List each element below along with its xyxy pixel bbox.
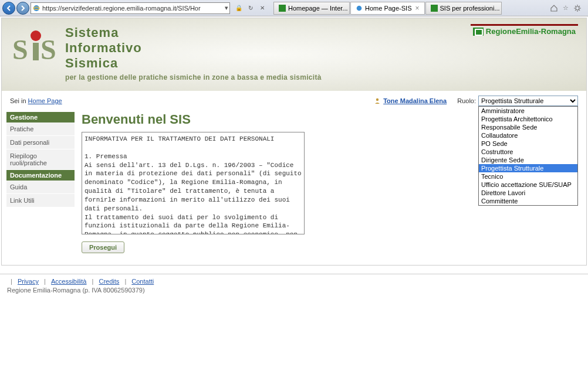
- role-option[interactable]: Responsabile Sede: [479, 123, 577, 131]
- browser-tabs: Homepage — Inter... Home Page-SIS × SIS …: [273, 2, 545, 15]
- stop-icon[interactable]: ✕: [257, 3, 268, 13]
- page-container: S S Sistema Informativo Sismica per la g…: [1, 18, 587, 266]
- svg-point-8: [376, 98, 379, 101]
- role-option[interactable]: PO Sede: [479, 139, 577, 148]
- sis-logo: S S Sistema Informativo Sismica per la g…: [12, 25, 322, 81]
- footer-line2: Regione Emilia-Romagna (p. IVA 800625903…: [7, 287, 581, 294]
- tab-label: SIS per professioni...: [440, 5, 500, 12]
- role-option[interactable]: Costruttore: [479, 148, 577, 156]
- prosegui-button[interactable]: Prosegui: [82, 241, 124, 253]
- lock-icon[interactable]: 🔒: [234, 3, 244, 13]
- favorites-icon[interactable]: ☆: [561, 4, 570, 13]
- region-logo-text: RegioneEmilia-Romagna: [486, 27, 576, 36]
- sis-title-block: Sistema Informativo Sismica per la gesti…: [65, 25, 322, 81]
- sidebar: GestionePraticheDati personaliRiepilogo …: [6, 112, 75, 207]
- sidebar-item[interactable]: Dati personali: [6, 136, 75, 149]
- sidebar-item[interactable]: Pratiche: [6, 122, 75, 136]
- forward-button[interactable]: [16, 2, 29, 15]
- info-textarea[interactable]: [82, 132, 305, 234]
- sidebar-item[interactable]: Riepilogo ruoli/pratiche: [6, 149, 75, 170]
- ruolo-label: Ruolo:: [457, 97, 476, 104]
- chrome-tools: ☆: [546, 4, 586, 13]
- sidebar-item[interactable]: Guida: [6, 181, 75, 194]
- address-bar[interactable]: https://servizifederati.regione.emilia-r…: [31, 2, 230, 14]
- favicon-icon: [356, 5, 363, 12]
- svg-point-0: [33, 5, 39, 11]
- ie-icon: [32, 4, 40, 12]
- svg-text:S: S: [40, 34, 56, 65]
- favicon-icon: [279, 5, 286, 12]
- page-footer: | Privacy | Accessibilità | Credits | Co…: [0, 274, 588, 299]
- role-option[interactable]: Committente: [479, 197, 577, 205]
- sidebar-section-head: Documentazione: [6, 170, 75, 181]
- svg-point-5: [31, 30, 41, 41]
- tab-label: Home Page-SIS: [365, 5, 411, 12]
- home-icon[interactable]: [549, 4, 559, 13]
- region-logo: RegioneEmilia-Romagna: [471, 24, 578, 37]
- tab-professioni[interactable]: SIS per professioni...: [425, 2, 502, 15]
- header-title-3: Sismica: [65, 56, 322, 71]
- footer-link[interactable]: Privacy: [18, 278, 39, 285]
- header-title-2: Informativo: [65, 40, 322, 56]
- breadcrumb-prefix: Sei in: [10, 97, 28, 104]
- role-dropdown-list: AmministratoreProgettista Architettonico…: [478, 106, 578, 206]
- breadcrumb: Sei in Home Page: [10, 97, 62, 104]
- svg-text:S: S: [12, 34, 28, 65]
- main-content: Benvenuti nel SIS Prosegui: [82, 112, 305, 253]
- favicon-icon: [431, 5, 438, 12]
- footer-link[interactable]: Credits: [99, 278, 119, 285]
- tab-label: Homepage — Inter...: [288, 5, 348, 12]
- browser-toolbar: https://servizifederati.regione.emilia-r…: [0, 0, 588, 16]
- person-icon: [374, 97, 381, 104]
- footer-links: | Privacy | Accessibilità | Credits | Co…: [7, 278, 581, 285]
- page-title: Benvenuti nel SIS: [82, 112, 305, 127]
- tab-sis[interactable]: Home Page-SIS ×: [350, 2, 425, 15]
- dropdown-icon[interactable]: ▾: [225, 4, 228, 12]
- svg-point-2: [357, 5, 362, 11]
- role-option[interactable]: Dirigente Sede: [479, 156, 577, 164]
- role-option[interactable]: Direttore Lavori: [479, 189, 577, 197]
- role-option[interactable]: Collaudatore: [479, 131, 577, 139]
- svg-point-3: [576, 6, 579, 10]
- close-tab-icon[interactable]: ×: [415, 4, 419, 12]
- url-text: https://servizifederati.regione.emilia-r…: [42, 5, 223, 12]
- header-title-1: Sistema: [65, 25, 322, 40]
- role-option[interactable]: Tecnico: [479, 172, 577, 181]
- role-option[interactable]: Progettista Strutturale: [479, 164, 577, 172]
- header-subtitle: per la gestione delle pratiche sismiche …: [65, 73, 322, 81]
- sidebar-section-head: Gestione: [6, 112, 75, 122]
- sis-logo-mark: S S: [12, 25, 62, 67]
- user-name-link[interactable]: Tone Madalina Elena: [383, 97, 447, 104]
- page-header: S S Sistema Informativo Sismica per la g…: [2, 18, 586, 91]
- sidebar-item[interactable]: Link Utili: [6, 194, 75, 207]
- user-block: Tone Madalina Elena Ruolo: Progettista S…: [374, 96, 578, 106]
- footer-link[interactable]: Accessibilità: [51, 278, 87, 285]
- breadcrumb-home-link[interactable]: Home Page: [28, 97, 62, 104]
- back-button[interactable]: [2, 2, 15, 15]
- breadcrumb-bar: Sei in Home Page Tone Madalina Elena Ruo…: [2, 91, 586, 108]
- region-flag-icon: [473, 28, 484, 36]
- address-tools: 🔒 ↻ ✕: [234, 3, 268, 13]
- gear-icon[interactable]: [573, 4, 582, 13]
- svg-rect-6: [33, 43, 39, 60]
- role-select[interactable]: Progettista Strutturale: [478, 96, 578, 106]
- footer-link[interactable]: Contatti: [131, 278, 154, 285]
- tab-homepage[interactable]: Homepage — Inter...: [273, 2, 350, 15]
- role-option[interactable]: Progettista Architettonico: [479, 115, 577, 123]
- refresh-icon[interactable]: ↻: [245, 3, 256, 13]
- role-option[interactable]: Ufficio accettazione SUE/SUAP: [479, 181, 577, 189]
- role-option[interactable]: Amministratore: [479, 107, 577, 115]
